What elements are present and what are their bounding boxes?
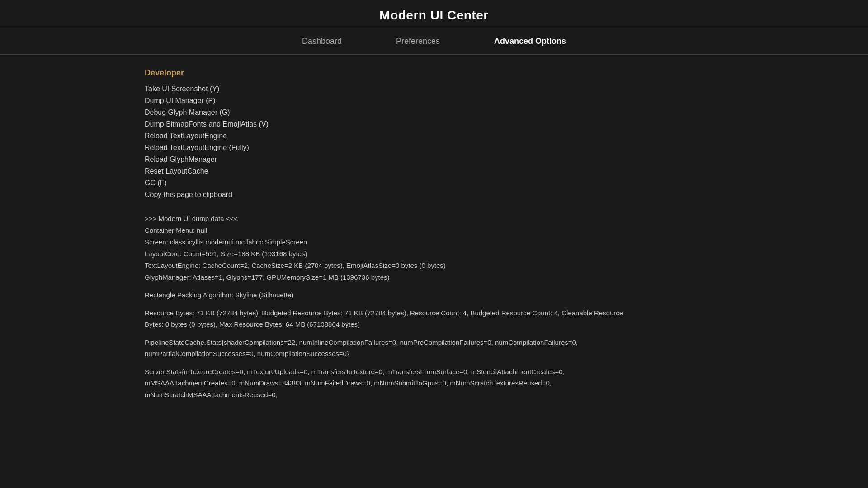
action-dump-ui-manager[interactable]: Dump UI Manager (P) (145, 96, 868, 106)
section-title-developer: Developer (145, 68, 868, 78)
action-dump-bitmap-fonts[interactable]: Dump BitmapFonts and EmojiAtlas (V) (145, 119, 868, 129)
action-debug-glyph-manager[interactable]: Debug Glyph Manager (G) (145, 108, 868, 117)
action-gc[interactable]: GC (F) (145, 178, 868, 188)
nav-item-advanced-options[interactable]: Advanced Options (467, 28, 593, 54)
main-content: Developer Take UI Screenshot (Y) Dump UI… (0, 55, 868, 488)
dump-text-layout-engine: TextLayoutEngine: CacheCount=2, CacheSiz… (145, 260, 868, 271)
nav-item-dashboard[interactable]: Dashboard (275, 28, 369, 54)
dump-data-section: >>> Modern UI dump data <<< Container Me… (145, 213, 868, 400)
action-reload-text-layout-engine-fully[interactable]: Reload TextLayoutEngine (Fully) (145, 143, 868, 153)
developer-actions: Take UI Screenshot (Y) Dump UI Manager (… (145, 84, 868, 200)
app-title: Modern UI Center (0, 8, 868, 23)
action-reload-glyph-manager[interactable]: Reload GlyphManager (145, 155, 868, 164)
dump-resource-bytes: Resource Bytes: 71 KB (72784 bytes), Bud… (145, 307, 642, 330)
dump-server-stats: Server.Stats{mTextureCreates=0, mTexture… (145, 366, 642, 401)
action-take-screenshot[interactable]: Take UI Screenshot (Y) (145, 84, 868, 94)
dump-layout-core: LayoutCore: Count=591, Size=188 KB (1931… (145, 249, 868, 259)
dump-glyph-manager: GlyphManager: Atlases=1, Glyphs=177, GPU… (145, 272, 868, 283)
dump-rectangle-packing: Rectangle Packing Algorithm: Skyline (Si… (145, 289, 642, 301)
dump-pipeline-state: PipelineStateCache.Stats{shaderCompilati… (145, 337, 642, 360)
app-header: Modern UI Center (0, 0, 868, 28)
dump-header: >>> Modern UI dump data <<< (145, 213, 868, 224)
nav-item-preferences[interactable]: Preferences (369, 28, 467, 54)
action-copy-to-clipboard[interactable]: Copy this page to clipboard (145, 190, 868, 200)
dump-screen: Screen: class icyllis.modernui.mc.fabric… (145, 237, 868, 248)
navigation: Dashboard Preferences Advanced Options (0, 28, 868, 55)
action-reset-layout-cache[interactable]: Reset LayoutCache (145, 166, 868, 176)
action-reload-text-layout-engine[interactable]: Reload TextLayoutEngine (145, 131, 868, 141)
dump-container-menu: Container Menu: null (145, 225, 868, 236)
